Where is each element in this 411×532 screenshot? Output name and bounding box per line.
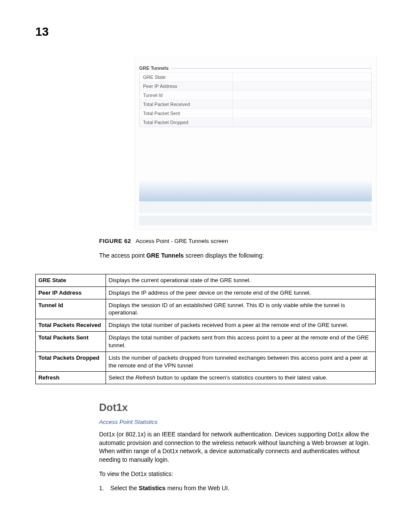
table-row: Total Packets Dropped Lists the number o… <box>36 352 376 372</box>
term-cell: Peer IP Address <box>36 286 106 299</box>
desc-cell: Displays the total number of packets rec… <box>106 319 376 332</box>
table-row: Peer IP Address <box>140 81 371 90</box>
row-value <box>233 100 371 109</box>
term-cell: Total Packets Sent <box>36 332 106 352</box>
row-value <box>233 109 371 118</box>
dot1x-description: Dot1x (or 802.1x) is an IEEE standard fo… <box>99 430 376 464</box>
row-label: Total Packet Dropped <box>140 118 233 127</box>
gre-tunnels-table: GRE State Peer IP Address Tunnel Id Tota… <box>139 72 372 127</box>
table-row: Tunnel Id Displays the session ID of an … <box>36 299 376 319</box>
row-label: Peer IP Address <box>140 82 233 90</box>
desc-cell: Displays the session ID of an establishe… <box>106 299 376 319</box>
text: menu from the Web UI. <box>165 485 229 492</box>
step-1: 1. Select the Statistics menu from the W… <box>99 485 376 492</box>
desc-cell: Displays the total number of packets sen… <box>106 332 376 352</box>
table-row: Tunnel Id <box>140 90 371 100</box>
definition-table: GRE State Displays the current operation… <box>35 274 376 384</box>
content-area-gradient <box>139 179 372 213</box>
text: screen displays the following: <box>184 252 264 259</box>
row-label: GRE State <box>140 73 233 81</box>
text: The access point <box>99 252 146 259</box>
figure-caption: FIGURE 62 Access Point - GRE Tunnels scr… <box>99 238 376 244</box>
table-row: GRE State Displays the current operation… <box>36 274 376 287</box>
intro-paragraph: The access point GRE Tunnels screen disp… <box>99 252 376 259</box>
text-bold: Statistics <box>139 485 165 492</box>
figure-text: Access Point - GRE Tunnels screen <box>136 238 228 244</box>
divider <box>171 68 372 68</box>
view-stats-intro: To view the Dot1x statistics: <box>99 470 376 479</box>
text: Select the <box>109 374 135 381</box>
section-heading-dot1x: Dot1x <box>99 401 376 414</box>
text: Select the <box>110 485 139 492</box>
table-row: Total Packets Sent Displays the total nu… <box>36 332 376 352</box>
desc-cell: Select the Refresh button to update the … <box>106 372 376 384</box>
gre-tunnels-group-header: GRE Tunnels <box>139 65 372 71</box>
text-italic: Refresh <box>135 374 155 381</box>
row-value <box>233 118 371 127</box>
term-cell: Total Packets Received <box>36 319 106 332</box>
row-label: Tunnel Id <box>140 91 233 100</box>
figure-label: FIGURE 62 <box>99 238 131 244</box>
table-row: Total Packets Received Displays the tota… <box>36 319 376 332</box>
table-row: GRE State <box>140 72 371 81</box>
gre-tunnels-title: GRE Tunnels <box>139 65 168 71</box>
footer-bar <box>139 216 372 225</box>
term-cell: Tunnel Id <box>36 299 106 319</box>
screenshot-panel: GRE Tunnels GRE State Peer IP Address Tu… <box>134 56 377 230</box>
table-row: Total Packet Sent <box>140 109 371 118</box>
row-value <box>233 82 371 90</box>
row-label: Total Packet Received <box>140 100 233 109</box>
row-label: Total Packet Sent <box>140 109 233 118</box>
desc-cell: Lists the number of packets dropped from… <box>106 352 376 372</box>
row-value <box>233 91 371 100</box>
breadcrumb-link[interactable]: Access Point Statistics <box>99 419 376 425</box>
step-number: 1. <box>99 485 109 492</box>
text-bold: GRE Tunnels <box>146 252 184 259</box>
term-cell: Total Packets Dropped <box>36 352 106 372</box>
table-row: Total Packet Received <box>140 100 371 109</box>
term-cell: GRE State <box>36 274 106 287</box>
table-row: Total Packet Dropped <box>140 118 371 127</box>
desc-cell: Displays the current operational state o… <box>106 274 376 287</box>
page-number: 13 <box>35 25 49 39</box>
row-value <box>233 73 371 81</box>
table-row: Peer IP Address Displays the IP address … <box>36 286 376 299</box>
desc-cell: Displays the IP address of the peer devi… <box>106 286 376 299</box>
term-cell: Refresh <box>36 372 106 384</box>
table-row: Refresh Select the Refresh button to upd… <box>36 372 376 384</box>
text: button to update the screen's statistics… <box>156 374 328 381</box>
